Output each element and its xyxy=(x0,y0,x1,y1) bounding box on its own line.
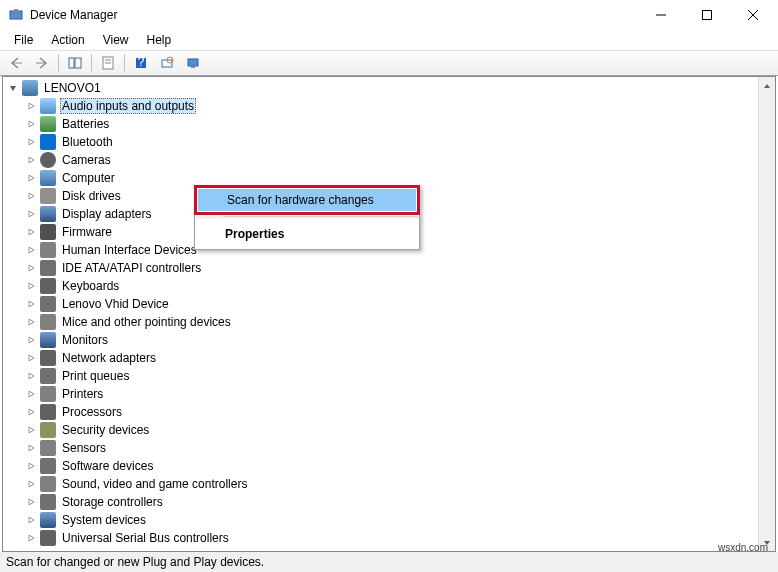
tree-category[interactable]: Bluetooth xyxy=(3,133,775,151)
tree-category[interactable]: Network adapters xyxy=(3,349,775,367)
battery-icon xyxy=(40,116,56,132)
expand-icon[interactable] xyxy=(25,208,37,220)
help-button[interactable]: ? xyxy=(129,52,153,74)
collapse-icon[interactable] xyxy=(7,82,19,94)
vertical-scrollbar[interactable] xyxy=(758,77,775,551)
properties-button[interactable] xyxy=(96,52,120,74)
tree-category[interactable]: Software devices xyxy=(3,457,775,475)
disk-icon xyxy=(40,188,56,204)
tree-category-label: Keyboards xyxy=(60,279,121,293)
sound-icon xyxy=(40,476,56,492)
software-icon xyxy=(40,458,56,474)
expand-icon[interactable] xyxy=(25,298,37,310)
expand-icon[interactable] xyxy=(25,388,37,400)
show-hide-tree-button[interactable] xyxy=(63,52,87,74)
tree-category[interactable]: Printers xyxy=(3,385,775,403)
tree-category[interactable]: Mice and other pointing devices xyxy=(3,313,775,331)
firmware-icon xyxy=(40,224,56,240)
svg-rect-7 xyxy=(75,58,81,68)
menu-file[interactable]: File xyxy=(6,31,41,49)
forward-button[interactable] xyxy=(30,52,54,74)
tree-category-label: Processors xyxy=(60,405,124,419)
tree-category[interactable]: Sensors xyxy=(3,439,775,457)
menu-help[interactable]: Help xyxy=(139,31,180,49)
mouse-icon xyxy=(40,314,56,330)
toolbar-separator xyxy=(58,54,59,72)
tree-category-label: Bluetooth xyxy=(60,135,115,149)
statusbar-text: Scan for changed or new Plug and Play de… xyxy=(6,555,264,569)
tree-category[interactable]: Print queues xyxy=(3,367,775,385)
tree-category[interactable]: Lenovo Vhid Device xyxy=(3,295,775,313)
svg-rect-6 xyxy=(69,58,74,68)
back-button[interactable] xyxy=(4,52,28,74)
expand-icon[interactable] xyxy=(25,118,37,130)
expand-icon[interactable] xyxy=(25,460,37,472)
ctx-scan-hardware[interactable]: Scan for hardware changes xyxy=(194,185,420,215)
context-menu: Scan for hardware changes Properties xyxy=(194,185,420,250)
tree-category[interactable]: Universal Serial Bus controllers xyxy=(3,529,775,547)
expand-icon[interactable] xyxy=(25,370,37,382)
scroll-up-arrow[interactable] xyxy=(759,77,775,94)
tree-category-label: Computer xyxy=(60,171,117,185)
system-icon xyxy=(40,512,56,528)
menu-view[interactable]: View xyxy=(95,31,137,49)
expand-icon[interactable] xyxy=(25,442,37,454)
keyboard-icon xyxy=(40,278,56,294)
expand-icon[interactable] xyxy=(25,154,37,166)
expand-icon[interactable] xyxy=(25,478,37,490)
monitor-button[interactable] xyxy=(181,52,205,74)
tree-category[interactable]: Batteries xyxy=(3,115,775,133)
tree-category[interactable]: Keyboards xyxy=(3,277,775,295)
tree-category[interactable]: Sound, video and game controllers xyxy=(3,475,775,493)
expand-icon[interactable] xyxy=(25,406,37,418)
expand-icon[interactable] xyxy=(25,244,37,256)
tree-category[interactable]: System devices xyxy=(3,511,775,529)
monitor-icon xyxy=(40,332,56,348)
tree-category-label: Printers xyxy=(60,387,105,401)
expand-icon[interactable] xyxy=(25,532,37,544)
tree-category[interactable]: Monitors xyxy=(3,331,775,349)
tree-category[interactable]: Storage controllers xyxy=(3,493,775,511)
scan-hardware-button[interactable] xyxy=(155,52,179,74)
tree-category[interactable]: Cameras xyxy=(3,151,775,169)
expand-icon[interactable] xyxy=(25,352,37,364)
ctx-properties[interactable]: Properties xyxy=(195,219,419,249)
tree-category[interactable]: Audio inputs and outputs xyxy=(3,97,775,115)
tree-category-label: Storage controllers xyxy=(60,495,165,509)
expand-icon[interactable] xyxy=(25,100,37,112)
tree-root[interactable]: LENOVO1 xyxy=(3,79,775,97)
device-tree[interactable]: LENOVO1 Audio inputs and outputsBatterie… xyxy=(3,77,775,551)
tree-category-label: Universal Serial Bus controllers xyxy=(60,531,231,545)
tree-category[interactable]: Security devices xyxy=(3,421,775,439)
tree-category[interactable]: Processors xyxy=(3,403,775,421)
ide-icon xyxy=(40,260,56,276)
expand-icon[interactable] xyxy=(25,424,37,436)
ctx-item-label: Scan for hardware changes xyxy=(227,193,374,207)
tree-category[interactable]: IDE ATA/ATAPI controllers xyxy=(3,259,775,277)
close-button[interactable] xyxy=(730,0,776,30)
expand-icon[interactable] xyxy=(25,334,37,346)
svg-rect-3 xyxy=(703,11,712,20)
tree-category-label: Network adapters xyxy=(60,351,158,365)
expand-icon[interactable] xyxy=(25,136,37,148)
expand-icon[interactable] xyxy=(25,280,37,292)
hid-icon xyxy=(40,242,56,258)
expand-icon[interactable] xyxy=(25,262,37,274)
tree-root-label: LENOVO1 xyxy=(42,81,103,95)
network-icon xyxy=(40,350,56,366)
expand-icon[interactable] xyxy=(25,316,37,328)
expand-icon[interactable] xyxy=(25,190,37,202)
expand-icon[interactable] xyxy=(25,226,37,238)
expand-icon[interactable] xyxy=(25,172,37,184)
expand-icon[interactable] xyxy=(25,496,37,508)
printq-icon xyxy=(40,368,56,384)
tree-category-label: Print queues xyxy=(60,369,131,383)
display-icon xyxy=(40,206,56,222)
minimize-button[interactable] xyxy=(638,0,684,30)
expand-icon[interactable] xyxy=(25,514,37,526)
tree-category-label: Monitors xyxy=(60,333,110,347)
maximize-button[interactable] xyxy=(684,0,730,30)
tree-category-label: Mice and other pointing devices xyxy=(60,315,233,329)
tree-category-label: Batteries xyxy=(60,117,111,131)
menu-action[interactable]: Action xyxy=(43,31,92,49)
